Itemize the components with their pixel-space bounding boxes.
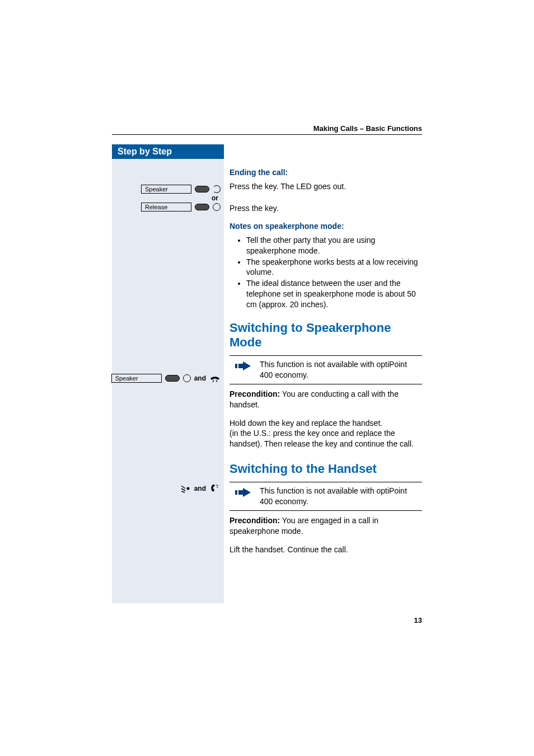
key-box-speaker: Speaker	[111, 374, 162, 383]
sidebar: Step by Step Speaker or Release Speaker …	[112, 144, 224, 603]
section-handset-heading: Switching to the Handset	[229, 462, 422, 476]
led-off-icon	[213, 185, 221, 193]
key-pill-icon	[165, 375, 180, 382]
notes-heading: Notes on speakerphone mode:	[229, 222, 422, 231]
running-header: Making Calls – Basic Functions	[313, 124, 422, 133]
main-content: Ending the call: Press the key. The LED …	[229, 144, 422, 555]
and-label-1: and	[194, 374, 206, 382]
svg-rect-1	[235, 364, 237, 368]
info-box-1: This function is not available with opti…	[229, 355, 422, 384]
ending-call-heading: Ending the call:	[229, 168, 422, 177]
svg-rect-4	[238, 490, 243, 495]
note-item: Tell the other party that you are using …	[246, 235, 422, 256]
ending-text-2: Press the key.	[229, 203, 422, 214]
svg-point-0	[186, 487, 189, 490]
info-arrow-icon	[235, 487, 252, 498]
notes-list: Tell the other party that you are using …	[229, 235, 422, 311]
lift-handset-icon	[209, 483, 221, 494]
precondition-label: Precondition:	[229, 516, 280, 525]
info-text-1: This function is not available with opti…	[260, 359, 422, 381]
led-icon	[213, 203, 221, 211]
section-speakerphone-heading: Switching to Speakerphone Mode	[229, 321, 422, 350]
precondition-1: Precondition: You are conducting a call …	[229, 389, 422, 410]
precondition-2: Precondition: You are engaged in a call …	[229, 515, 422, 537]
key-pill-icon	[195, 204, 209, 210]
sidebar-title: Step by Step	[112, 144, 224, 159]
note-item: The ideal distance between the user and …	[246, 278, 422, 310]
info-box-2: This function is not available with opti…	[229, 482, 422, 511]
and-label-2: and	[194, 485, 206, 492]
key-row-lift-handset: and	[112, 483, 224, 494]
key-row-speaker-2: Speaker and	[112, 374, 224, 383]
info-arrow-icon	[235, 360, 252, 372]
key-box-speaker: Speaker	[141, 185, 191, 194]
header-rule	[112, 134, 422, 135]
or-label: or	[112, 194, 224, 202]
key-row-release: Release	[112, 203, 224, 212]
page-number: 13	[414, 616, 422, 624]
info-text-2: This function is not available with opti…	[260, 486, 422, 507]
section1-body: Hold down the key and replace the handse…	[229, 418, 422, 450]
precondition-label: Precondition:	[229, 389, 280, 398]
ending-text-1: Press the key. The LED goes out.	[229, 181, 422, 192]
hang-up-handset-icon	[209, 374, 221, 383]
led-icon	[183, 374, 191, 382]
svg-rect-2	[238, 364, 243, 368]
key-row-speaker-1: Speaker	[112, 185, 224, 194]
motion-lines-icon	[180, 484, 191, 493]
section2-body: Lift the handset. Continue the call.	[229, 544, 422, 555]
key-box-release: Release	[141, 203, 191, 212]
note-item: The speakerphone works bests at a low re…	[246, 257, 422, 278]
key-pill-icon	[195, 186, 209, 192]
svg-rect-3	[235, 490, 237, 495]
